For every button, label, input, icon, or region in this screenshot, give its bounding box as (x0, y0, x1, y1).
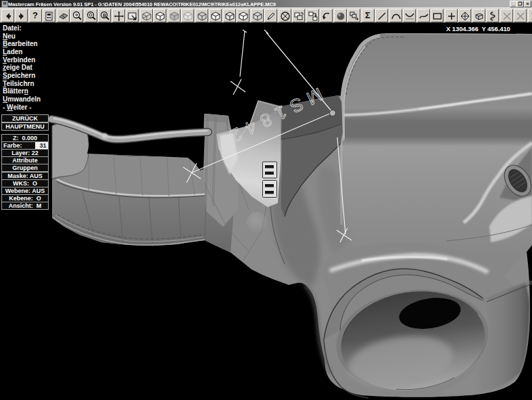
svg-text:B: B (103, 13, 106, 18)
